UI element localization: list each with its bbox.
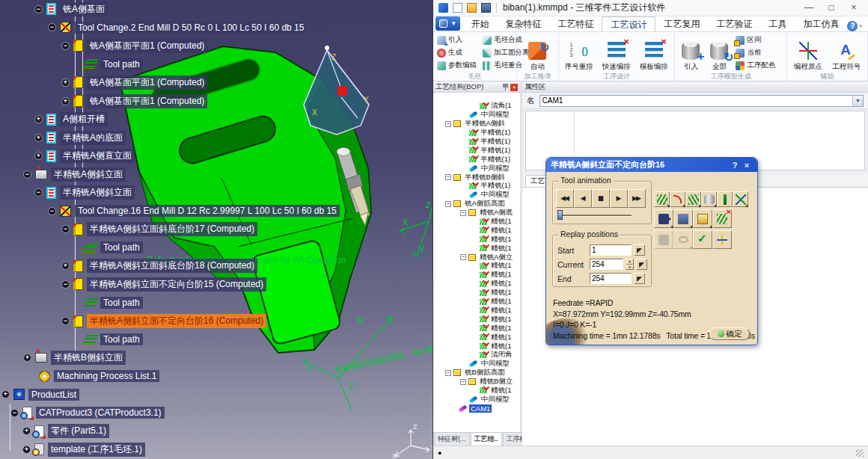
tree-item-label[interactable]: Machining Process List.1	[54, 370, 159, 382]
tree-item-label[interactable]: CATProduct3 (CATProduct3.1)	[36, 407, 165, 419]
tree-item-label[interactable]: Tool path	[100, 333, 143, 345]
tree-item[interactable]: + 铣A侧基面平面1 (Computed)	[0, 73, 433, 92]
ribbon-tab[interactable]: 工艺设计	[602, 16, 655, 31]
expand-handle[interactable]: −	[445, 121, 451, 127]
tree-item[interactable]: − 半精铣A侧斜立面	[0, 183, 433, 202]
close-button[interactable]: ×	[843, 1, 865, 16]
bop-tree-item[interactable]: 精铣(1	[433, 324, 520, 333]
tree-item[interactable]: − Tool Change.2 End Mill D 50 Rc 0 L 100…	[0, 19, 433, 37]
close-icon[interactable]: ×	[510, 84, 518, 91]
start-input[interactable]	[590, 244, 632, 256]
tree-item[interactable]: Tool path	[0, 55, 433, 74]
tree-item-label[interactable]: 铣A侧基面	[60, 2, 108, 16]
play-button[interactable]: ▶	[610, 189, 628, 208]
dialog-icon-button[interactable]	[673, 230, 693, 249]
tree-item-label[interactable]: 半精铣A侧斜立面	[51, 167, 126, 182]
bop-tree-item[interactable]: 精铣(1	[433, 315, 520, 324]
expand-handle[interactable]: +	[1, 390, 10, 398]
expand-handle[interactable]: +	[22, 446, 31, 454]
ribbon-tab[interactable]: 工具	[760, 16, 795, 31]
expand-handle[interactable]: −	[23, 170, 31, 179]
bop-tree-item[interactable]: − 精铣A侧底	[433, 209, 520, 218]
dialog-icon-button[interactable]	[673, 209, 693, 228]
dialog-icon-button[interactable]	[685, 191, 701, 207]
dialog-icon-button[interactable]	[654, 191, 670, 207]
expand-handle[interactable]: −	[460, 254, 466, 260]
resize-grip-icon[interactable]	[856, 449, 864, 457]
ribbon-tab[interactable]: 工艺特征	[549, 16, 602, 31]
ribbon-tab[interactable]: 工艺验证	[708, 16, 760, 31]
ribbon-big-button[interactable]: 模板编排	[635, 34, 673, 73]
bop-tree-item[interactable]: − 精铣B侧立	[433, 378, 520, 386]
expand-handle[interactable]: −	[460, 379, 466, 385]
tree-item[interactable]: Tool path	[0, 238, 433, 257]
bop-tree-item[interactable]: 清闭角	[433, 351, 520, 360]
bop-tree-item[interactable]: 半精铣(1)	[433, 155, 520, 164]
tree-item-label[interactable]: 半精铣A的底面	[60, 131, 126, 145]
expand-handle[interactable]: +	[34, 152, 43, 160]
expand-handle[interactable]: −	[34, 5, 43, 13]
tree-item[interactable]: + 半精铣A侧斜立面斜底台阶18 (Computed)	[0, 257, 433, 276]
dock-tab[interactable]: 特征树(...	[434, 432, 470, 446]
tree-item[interactable]: + 半精铣A的底面	[0, 129, 433, 147]
bop-tree-item[interactable]: 精铣(1	[433, 289, 520, 298]
tree-item[interactable]: − Tool Change.16 End Mill D 12 Rc 2.9999…	[0, 202, 433, 221]
dock-tab[interactable]: 工艺结..	[471, 432, 502, 446]
expand-handle[interactable]: +	[61, 97, 70, 105]
expand-handle[interactable]: −	[48, 23, 56, 31]
auto-button[interactable]: 自动	[519, 34, 556, 73]
pick-position-button[interactable]: ◤	[634, 244, 645, 256]
tree-item[interactable]: − 铣A侧基面	[0, 0, 433, 19]
ribbon-big-button[interactable]: 序号重排	[560, 34, 598, 73]
ribbon-button[interactable]: 工序配色	[733, 59, 777, 72]
expand-handle[interactable]: +	[22, 427, 31, 435]
tree-item-label[interactable]: 铣A侧基面平面1 (Computed)	[87, 94, 207, 108]
dialog-icon-button[interactable]	[717, 191, 733, 207]
bop-tree[interactable]: 清角(1 中间模型 − 半精铣A侧斜	[433, 93, 520, 432]
spin-up-icon[interactable]: ▴	[626, 259, 634, 265]
bop-tree-item[interactable]: 精铣(1	[433, 218, 520, 227]
dialog-icon-button[interactable]	[693, 209, 712, 228]
dialog-icon-button[interactable]	[701, 191, 717, 207]
bop-tree-item[interactable]: 精铣(1	[433, 342, 520, 351]
bop-tree-item[interactable]: − 半精铣A侧斜	[433, 120, 520, 129]
app-menu-button[interactable]: ▼	[435, 16, 460, 31]
3d-viewport[interactable]: Z X Y X Y Z W X Z Z X Y	[0, 0, 433, 459]
tree-item-label[interactable]: A侧粗开槽	[60, 112, 108, 126]
tree-item-label[interactable]: 铣A侧基面平面1 (Computed)	[87, 76, 207, 90]
tree-item[interactable]: + ProductList	[0, 385, 433, 404]
tree-item[interactable]: + 半精铣A侧直立面	[0, 147, 433, 165]
tree-item[interactable]: − 半精铣A侧斜立面不定向台阶15 (Computed)	[0, 275, 433, 294]
bop-tree-item[interactable]: 中间模型	[433, 111, 520, 120]
bop-tree-item[interactable]: 精铣(1	[433, 306, 520, 315]
tree-item[interactable]: + 铣A侧基面平面1 (Computed)	[0, 92, 433, 111]
ribbon-big-button[interactable]: 快速编排	[598, 34, 635, 73]
bop-tree-item[interactable]: 精铣(1	[433, 333, 520, 342]
tree-item-label[interactable]: Tool Change.2 End Mill D 50 Rc 0 L 100 L…	[75, 22, 307, 34]
bop-tree-item[interactable]: 精铣(1	[433, 235, 520, 244]
pick-position-button[interactable]: ◤	[636, 259, 647, 270]
ok-button[interactable]: 确定	[709, 327, 750, 340]
tree-item-label[interactable]: Tool path	[100, 58, 143, 70]
tree-item-label[interactable]: Tool path	[100, 297, 143, 309]
tree-item-label[interactable]: 铣A侧基面平面1 (Computed)	[87, 39, 207, 53]
slider-thumb[interactable]	[557, 210, 563, 220]
spin-down-icon[interactable]: ▾	[626, 265, 634, 271]
expand-handle[interactable]: −	[61, 225, 70, 233]
dialog-icon-button[interactable]	[733, 191, 748, 207]
expand-handle[interactable]: −	[61, 280, 70, 289]
fast-forward-button[interactable]: ▶▶	[628, 189, 646, 208]
ribbon-big-button[interactable]: 编程原点	[789, 34, 828, 73]
bop-tree-item[interactable]: 精铣(1	[433, 244, 520, 253]
expand-handle[interactable]: +	[34, 115, 43, 123]
ribbon-big-button[interactable]: 引入	[676, 34, 705, 73]
bop-tree-item[interactable]: − 精铣A侧立	[433, 253, 520, 262]
expand-handle[interactable]: +	[34, 134, 43, 142]
ribbon-tab[interactable]: 开始	[462, 16, 497, 31]
ribbon-button[interactable]: 当前	[733, 46, 777, 59]
ribbon-tab[interactable]: 复杂特征	[497, 16, 549, 31]
ribbon-button[interactable]: 引入	[435, 34, 479, 46]
pin-icon[interactable]	[503, 84, 508, 90]
ribbon-big-button[interactable]: 工程符号	[828, 34, 867, 73]
expand-handle[interactable]: −	[445, 370, 451, 376]
